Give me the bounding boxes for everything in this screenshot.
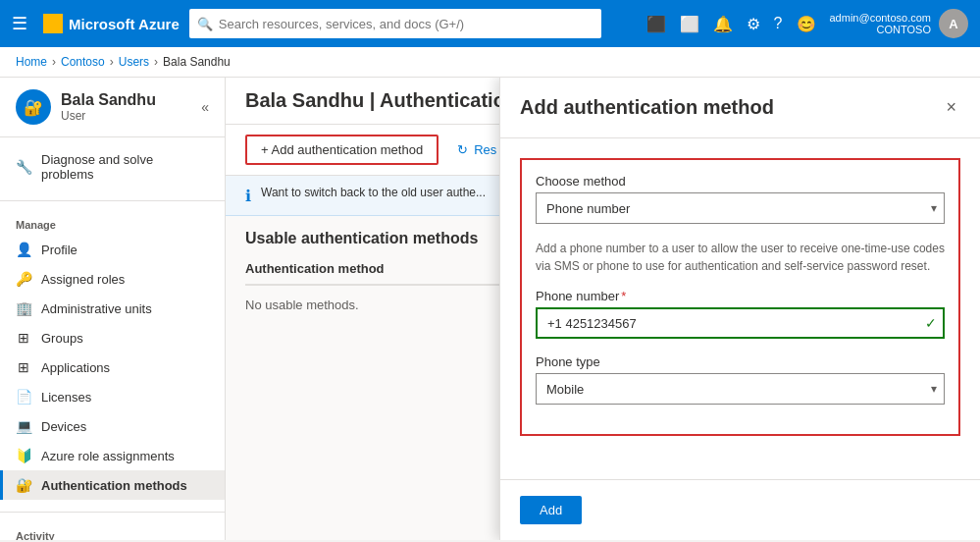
profile-icon: 👤 — [16, 242, 31, 257]
sidebar-item-licenses[interactable]: 📄 Licenses — [0, 382, 225, 411]
sidebar-item-azure-roles[interactable]: 🔰 Azure role assignments — [0, 441, 225, 470]
panel-body: Choose method Phone numberEmail OTPMicro… — [500, 138, 980, 479]
breadcrumb-current: Bala Sandhu — [163, 55, 231, 69]
sidebar-item-devices[interactable]: 💻 Devices — [0, 411, 225, 441]
wrench-icon: 🔧 — [16, 159, 31, 175]
sidebar-item-groups[interactable]: ⊞ Groups — [0, 323, 225, 352]
sidebar-item-applications[interactable]: ⊞ Applications — [0, 352, 225, 382]
breadcrumb-contoso[interactable]: Contoso — [61, 55, 105, 69]
highlight-box: Choose method Phone numberEmail OTPMicro… — [520, 158, 960, 436]
panel-title: Add authentication method — [520, 96, 774, 119]
groups-icon: ⊞ — [16, 330, 31, 346]
auth-methods-icon: 🔐 — [16, 477, 31, 493]
phone-type-label: Phone type — [536, 354, 945, 369]
azure-roles-icon: 🔰 — [16, 448, 31, 463]
sidebar-activity-section: Activity ↩ Sign-ins 📋 Audit logs — [0, 516, 225, 540]
panel-header: Add authentication method × — [500, 78, 980, 138]
sidebar-item-profile[interactable]: 👤 Profile — [0, 235, 225, 264]
sidebar-item-diagnose[interactable]: 🔧 Diagnose and solve problems — [0, 145, 225, 189]
refresh-icon: ↻ — [457, 142, 468, 157]
user-org: CONTOSO — [830, 24, 932, 35]
roles-icon: 🔑 — [16, 271, 31, 287]
activity-label: Activity — [0, 524, 225, 540]
sidebar-user-name: Bala Sandhu — [61, 91, 156, 109]
sidebar-item-auth-methods[interactable]: 🔐 Authentication methods — [0, 470, 225, 500]
portal-settings-icon[interactable]: ⬜ — [680, 15, 699, 33]
phone-label: Phone number* — [536, 289, 945, 303]
phone-type-select-wrapper: MobileAlternate mobileOffice ▾ — [536, 373, 945, 405]
info-icon: ℹ — [245, 187, 251, 205]
method-select[interactable]: Phone numberEmail OTPMicrosoft Authentic… — [536, 192, 945, 224]
cloud-shell-icon[interactable]: ⬛ — [646, 15, 666, 33]
applications-icon: ⊞ — [16, 359, 31, 375]
hamburger-icon[interactable]: ☰ — [12, 13, 27, 34]
refresh-button[interactable]: ↻ Res — [446, 136, 507, 164]
method-select-wrapper: Phone numberEmail OTPMicrosoft Authentic… — [536, 192, 945, 224]
sidebar-header: 🔐 Bala Sandhu User « — [0, 78, 225, 137]
breadcrumb-home[interactable]: Home — [16, 55, 47, 69]
sidebar-item-assigned-roles[interactable]: 🔑 Assigned roles — [0, 264, 225, 294]
sidebar-diagnose-section: 🔧 Diagnose and solve problems — [0, 137, 225, 196]
sidebar: 🔐 Bala Sandhu User « 🔧 Diagnose and solv… — [0, 78, 226, 540]
help-icon[interactable]: ? — [774, 15, 783, 32]
choose-method-label: Choose method — [536, 174, 945, 189]
nav-icons: ⬛ ⬜ 🔔 ⚙ ? 😊 admin@contoso.com CONTOSO A — [646, 9, 968, 38]
sidebar-manage-section: Manage 👤 Profile 🔑 Assigned roles 🏢 Admi… — [0, 205, 225, 508]
licenses-icon: 📄 — [16, 389, 31, 405]
phone-input-wrapper: ✓ — [536, 307, 945, 339]
add-auth-method-button[interactable]: + Add authentication method — [245, 135, 438, 165]
check-icon: ✓ — [925, 315, 937, 331]
phone-type-select[interactable]: MobileAlternate mobileOffice — [536, 373, 945, 405]
search-input[interactable] — [219, 17, 593, 31]
add-button[interactable]: Add — [520, 496, 582, 524]
settings-icon[interactable]: ⚙ — [747, 15, 760, 33]
sidebar-user-role: User — [61, 109, 156, 123]
devices-icon: 💻 — [16, 418, 31, 434]
phone-input[interactable] — [536, 307, 945, 339]
choose-method-group: Choose method Phone numberEmail OTPMicro… — [536, 174, 945, 224]
phone-type-group: Phone type MobileAlternate mobileOffice … — [536, 354, 945, 405]
top-nav: ☰ Microsoft Azure 🔍 ⬛ ⬜ 🔔 ⚙ ? 😊 admin@co… — [0, 0, 980, 47]
sidebar-collapse-btn[interactable]: « — [201, 99, 209, 115]
content-area: Bala Sandhu | Authentication methods + A… — [226, 78, 980, 540]
brand-logo: Microsoft Azure — [43, 14, 180, 33]
user-shield-icon: 🔐 — [16, 89, 51, 125]
avatar: A — [939, 9, 968, 38]
panel-footer: Add — [500, 479, 980, 540]
add-auth-method-panel: Add authentication method × Choose metho… — [499, 78, 980, 540]
search-bar[interactable]: 🔍 — [189, 9, 601, 38]
manage-label: Manage — [0, 213, 225, 235]
notifications-icon[interactable]: 🔔 — [713, 15, 733, 33]
sidebar-item-admin-units[interactable]: 🏢 Administrative units — [0, 294, 225, 323]
breadcrumb-users[interactable]: Users — [119, 55, 149, 69]
user-email: admin@contoso.com — [830, 12, 932, 24]
admin-units-icon: 🏢 — [16, 300, 31, 316]
brand-square — [43, 14, 63, 33]
feedback-icon[interactable]: 😊 — [797, 15, 816, 33]
method-description: Add a phone number to a user to allow th… — [536, 240, 945, 275]
phone-number-group: Phone number* ✓ — [536, 289, 945, 339]
search-icon: 🔍 — [197, 17, 213, 31]
breadcrumb: Home › Contoso › Users › Bala Sandhu — [0, 47, 980, 78]
user-menu[interactable]: admin@contoso.com CONTOSO A — [830, 9, 969, 38]
main-layout: 🔐 Bala Sandhu User « 🔧 Diagnose and solv… — [0, 78, 980, 540]
panel-close-button[interactable]: × — [942, 93, 960, 122]
